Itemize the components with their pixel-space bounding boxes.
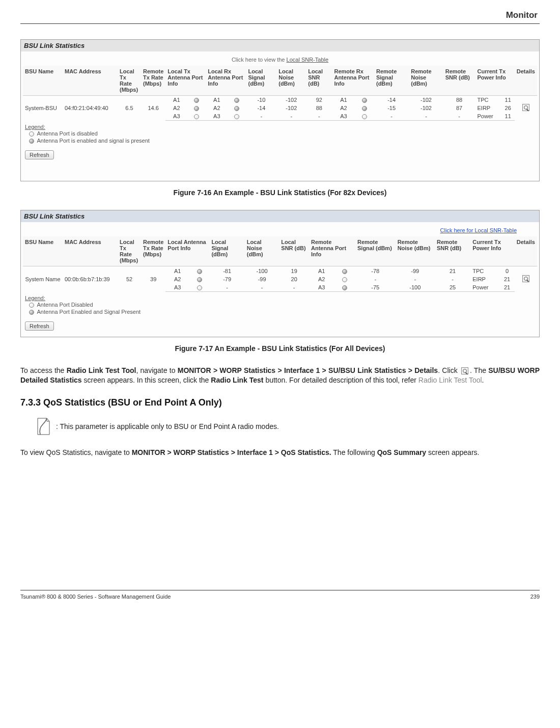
local-snr-table-link[interactable]: Click here for Local SNR-Table	[440, 227, 517, 233]
cell: 0	[499, 266, 514, 275]
cell: 11	[501, 112, 514, 121]
cell: -102	[276, 104, 306, 112]
table-row: System-BSU 04:f0:21:04:49:40 6.5 14.6 A1…	[23, 96, 537, 104]
cell: A2	[165, 275, 189, 283]
text: To access the	[20, 366, 67, 374]
antenna-disabled-icon	[234, 114, 239, 119]
legend-label: Antenna Port is disabled	[37, 130, 98, 137]
figure-caption: Figure 7-17 An Example - BSU Link Statis…	[20, 344, 540, 353]
antenna-disabled-icon	[29, 303, 34, 308]
details-icon[interactable]	[522, 104, 529, 111]
text: screen appears. In this screen, click th…	[82, 376, 211, 384]
text: The following	[331, 448, 377, 456]
th: Details	[515, 236, 537, 266]
cell: -	[246, 112, 276, 121]
cell: -	[279, 283, 309, 292]
cell: A3	[165, 112, 187, 121]
cell: -	[374, 112, 409, 121]
cell: -	[355, 275, 396, 283]
th: Remote SNR (dB)	[435, 236, 470, 266]
th: Remote SNR (dB)	[443, 66, 475, 96]
cell: 11	[501, 96, 514, 104]
cell	[187, 96, 206, 104]
panel-title: BSU Link Statistics	[21, 210, 539, 222]
cell: -99	[396, 266, 435, 275]
cell: 21	[499, 283, 514, 292]
cell	[187, 112, 206, 121]
cell: 88	[306, 104, 332, 112]
cell: A3	[165, 283, 189, 292]
refresh-button[interactable]: Refresh	[25, 321, 54, 331]
text: To view QoS Statistics, navigate to	[20, 448, 132, 456]
cell: -14	[374, 96, 409, 104]
cell: A2	[309, 275, 334, 283]
cell: -	[435, 275, 470, 283]
text: QoS Summary	[377, 448, 426, 456]
page-footer: Tsunami® 800 & 8000 Series - Software Ma…	[20, 590, 540, 600]
th: Local Tx Rate (Mbps)	[118, 236, 141, 266]
cell: -	[396, 275, 435, 283]
antenna-disabled-icon	[342, 277, 347, 282]
th: BSU Name	[23, 66, 63, 96]
footer-left: Tsunami® 800 & 8000 Series - Software Ma…	[20, 594, 171, 600]
cell: -99	[245, 275, 279, 283]
cell: -	[245, 283, 279, 292]
cell: EIRP	[475, 104, 501, 112]
table-header-row: BSU Name MAC Address Local Tx Rate (Mbps…	[23, 236, 537, 266]
page-header: Monitor	[20, 10, 540, 20]
table-row: System Name 00:0b:6b:b7:1b:39 52 39 A1 -…	[23, 266, 537, 275]
th: Local Rx Antenna Port Info	[206, 66, 246, 96]
cell: System Name	[23, 266, 63, 291]
antenna-disabled-icon	[29, 131, 34, 137]
panel-title: BSU Link Statistics	[21, 40, 539, 51]
footer-page-number: 239	[530, 594, 540, 600]
th: MAC Address	[63, 66, 118, 96]
local-snr-table-link[interactable]: Local SNR-Table	[287, 57, 329, 63]
details-icon[interactable]	[522, 275, 529, 282]
cell: 20	[279, 275, 309, 283]
cell: A1	[309, 266, 334, 275]
cell: -10	[246, 96, 276, 104]
cell: 88	[443, 96, 475, 104]
cell: 21	[435, 266, 470, 275]
th: Local Noise (dBm)	[245, 236, 279, 266]
cell: 19	[279, 266, 309, 275]
antenna-enabled-icon	[194, 106, 199, 111]
section-heading: 7.3.3 QoS Statistics (BSU or End Point A…	[20, 397, 540, 408]
cell: -	[209, 283, 244, 292]
legend: Legend: Antenna Port Disabled Antenna Po…	[23, 292, 537, 318]
th: MAC Address	[63, 236, 118, 266]
antenna-enabled-icon	[29, 310, 34, 315]
cell	[355, 104, 374, 112]
cell	[228, 112, 246, 121]
cell	[355, 96, 374, 104]
cell: A2	[206, 104, 228, 112]
cell	[334, 266, 355, 275]
table-header-row: BSU Name MAC Address Local Tx Rate (Mbps…	[23, 66, 537, 96]
cell	[334, 275, 355, 283]
antenna-enabled-icon	[194, 98, 199, 103]
th: Local Noise (dBm)	[276, 66, 306, 96]
legend-label: Antenna Port Disabled	[37, 302, 93, 308]
text: Radio Link Test	[211, 376, 263, 384]
legend-row: Antenna Port is enabled and signal is pr…	[25, 137, 535, 144]
antenna-enabled-icon	[197, 269, 202, 274]
antenna-enabled-icon	[234, 106, 239, 111]
cell	[189, 266, 209, 275]
antenna-enabled-icon	[362, 98, 367, 103]
cell: A1	[165, 266, 189, 275]
cell: 87	[443, 104, 475, 112]
cell	[228, 104, 246, 112]
cell: -	[276, 112, 306, 121]
th: Details	[515, 66, 537, 96]
cell	[515, 96, 537, 121]
text: Radio Link Test Tool	[67, 366, 136, 374]
reference-link[interactable]: Radio Link Test Tool	[418, 376, 482, 384]
cell: -78	[355, 266, 396, 275]
figure-caption: Figure 7-16 An Example - BSU Link Statis…	[20, 188, 540, 197]
cell: -102	[276, 96, 306, 104]
cell: -15	[374, 104, 409, 112]
cell: A1	[332, 96, 355, 104]
cell: 25	[435, 283, 470, 292]
refresh-button[interactable]: Refresh	[25, 150, 54, 159]
